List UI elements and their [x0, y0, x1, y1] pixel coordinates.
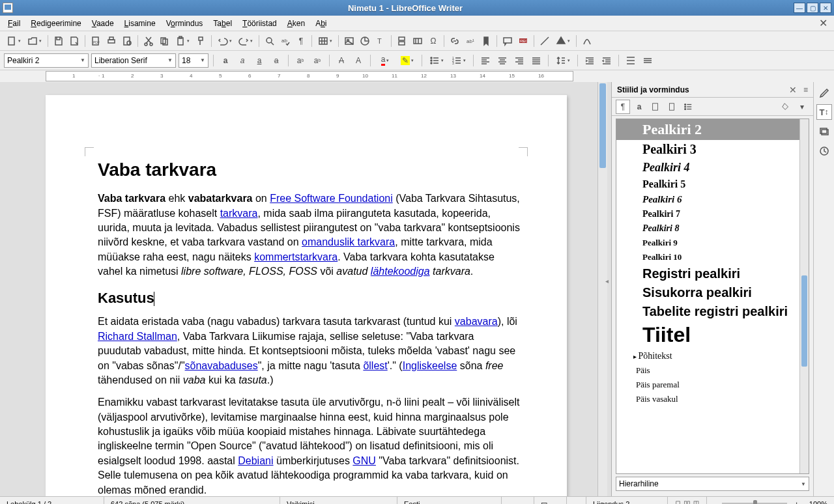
- sidebar-settings-icon[interactable]: [816, 85, 832, 100]
- print-preview-button[interactable]: [120, 34, 134, 48]
- style-item[interactable]: Registri pealkiri: [616, 264, 809, 283]
- style-item[interactable]: Päis paremal: [616, 378, 809, 392]
- style-item[interactable]: Päis: [616, 363, 809, 378]
- para-spacing-inc-button[interactable]: [624, 53, 638, 68]
- char-style-button[interactable]: A: [351, 53, 366, 68]
- insert-field-button[interactable]: [410, 34, 425, 48]
- status-insertmode[interactable]: [502, 497, 534, 504]
- save-as-button[interactable]: [67, 34, 81, 48]
- minimize-button[interactable]: —: [794, 3, 805, 13]
- new-style-button[interactable]: ▾: [795, 100, 809, 114]
- insert-textbox-button[interactable]: T: [373, 34, 388, 48]
- underline-button[interactable]: a: [252, 53, 266, 68]
- para-spacing-dec-button[interactable]: [640, 53, 655, 68]
- paragraph-style-select[interactable]: Pealkiri 2▼: [4, 53, 89, 68]
- decrease-indent-button[interactable]: [599, 53, 614, 68]
- insert-symbol-button[interactable]: Ω: [426, 34, 440, 48]
- menu-view[interactable]: Vaade: [87, 17, 119, 30]
- style-item[interactable]: Pealkiri 6: [616, 192, 809, 207]
- status-view-buttons[interactable]: [668, 497, 707, 504]
- cut-button[interactable]: [141, 34, 156, 48]
- document-area[interactable]: Vaba tarkvara Vaba tarkvara ehk vabatark…: [0, 82, 607, 496]
- superscript-button[interactable]: ab: [293, 53, 308, 68]
- panel-splitter[interactable]: [607, 82, 611, 496]
- status-wordcount[interactable]: 642 sõna (5 075 märki): [104, 497, 280, 504]
- close-document-button[interactable]: ✕: [815, 17, 831, 29]
- styles-panel-close-button[interactable]: ✕: [789, 85, 797, 95]
- new-doc-button[interactable]: [4, 34, 23, 48]
- style-list-scroll[interactable]: [799, 119, 809, 473]
- export-pdf-button[interactable]: PDF: [89, 34, 103, 48]
- style-item[interactable]: Pealkiri 8: [616, 221, 809, 236]
- align-right-button[interactable]: [512, 53, 526, 68]
- sidebar-gallery-icon[interactable]: [816, 124, 832, 139]
- frame-styles-tab[interactable]: [648, 100, 663, 114]
- track-changes-button[interactable]: REC: [516, 34, 530, 48]
- increase-indent-button[interactable]: [582, 53, 597, 68]
- redo-button[interactable]: [236, 34, 255, 48]
- style-item[interactable]: Pealkiri 2: [616, 119, 809, 140]
- status-signature[interactable]: [567, 497, 586, 504]
- zoom-in-button[interactable]: +: [792, 500, 801, 505]
- status-page[interactable]: Lehekülg 1 / 2: [0, 497, 104, 504]
- insert-table-button[interactable]: [315, 34, 335, 48]
- style-item[interactable]: Pealkiri 9: [616, 236, 809, 250]
- insert-image-button[interactable]: [342, 34, 356, 48]
- insert-chart-button[interactable]: [358, 34, 372, 48]
- styles-panel-menu-icon[interactable]: ≡: [803, 85, 808, 94]
- clone-format-button[interactable]: [194, 34, 208, 48]
- align-left-button[interactable]: [478, 53, 493, 68]
- style-item[interactable]: Sisukorra pealkiri: [616, 283, 809, 302]
- line-button[interactable]: [538, 34, 552, 48]
- open-button[interactable]: [25, 34, 44, 48]
- sidebar-properties-icon[interactable]: T↕: [816, 104, 832, 120]
- sidebar-navigator-icon[interactable]: [816, 143, 832, 159]
- numbering-button[interactable]: 123: [449, 53, 468, 68]
- paragraph-styles-tab[interactable]: ¶: [616, 100, 630, 114]
- status-language[interactable]: Eesti: [397, 497, 502, 504]
- draw-functions-button[interactable]: [580, 34, 594, 48]
- font-size-select[interactable]: 18▼: [179, 53, 208, 68]
- save-button[interactable]: [51, 34, 66, 48]
- document-content[interactable]: Vaba tarkvara Vaba tarkvara ehk vabatark…: [98, 157, 520, 496]
- style-item[interactable]: Pealkiri 5: [616, 176, 809, 192]
- close-window-button[interactable]: ✕: [820, 3, 831, 13]
- line-spacing-button[interactable]: [553, 53, 573, 68]
- status-pagestyle[interactable]: Vaikimisi: [280, 497, 397, 504]
- style-filter-select[interactable]: Hierarhiline▼: [616, 477, 809, 491]
- subscript-button[interactable]: ab: [310, 53, 324, 68]
- horizontal-ruler[interactable]: 1· 12 34 56 78 910 1112 1314 1516: [46, 71, 573, 81]
- comment-button[interactable]: [500, 34, 515, 48]
- clear-format-button[interactable]: A: [334, 53, 349, 68]
- style-item[interactable]: Põhitekst: [616, 349, 809, 363]
- fill-format-button[interactable]: [779, 100, 793, 114]
- style-list[interactable]: Pealkiri 2Pealkiri 3Pealkiri 4Pealkiri 5…: [616, 119, 809, 474]
- maximize-button[interactable]: ▢: [807, 3, 818, 13]
- zoom-out-button[interactable]: −: [707, 497, 716, 504]
- highlight-button[interactable]: ✎: [397, 53, 417, 68]
- shapes-button[interactable]: [553, 34, 573, 48]
- style-item[interactable]: Tabelite registri pealkiri: [616, 302, 809, 321]
- menu-window[interactable]: Aken: [282, 17, 310, 30]
- zoom-level[interactable]: 100%: [801, 497, 834, 504]
- spellcheck-button[interactable]: ab: [278, 34, 293, 48]
- menu-insert[interactable]: Lisamine: [119, 17, 161, 30]
- justify-button[interactable]: [529, 53, 543, 68]
- page-styles-tab[interactable]: [665, 100, 679, 114]
- formatting-marks-button[interactable]: ¶: [294, 34, 308, 48]
- italic-button[interactable]: a: [235, 53, 250, 68]
- list-styles-tab[interactable]: [681, 100, 695, 114]
- style-item[interactable]: Pealkiri 4: [616, 159, 809, 176]
- strike-button[interactable]: a: [269, 53, 283, 68]
- find-button[interactable]: [263, 34, 277, 48]
- style-item[interactable]: Pealkiri 3: [616, 140, 809, 159]
- font-color-button[interactable]: a: [375, 53, 395, 68]
- bookmark-button[interactable]: [479, 34, 493, 48]
- font-name-select[interactable]: Liberation Serif▼: [91, 53, 176, 68]
- undo-button[interactable]: [215, 34, 235, 48]
- menu-format[interactable]: Vormindus: [161, 17, 208, 30]
- footnote-button[interactable]: ab¹: [463, 34, 478, 48]
- menu-tools[interactable]: Tööriistad: [237, 17, 282, 30]
- doc-vscroll[interactable]: [597, 82, 607, 496]
- hyperlink-button[interactable]: [448, 34, 462, 48]
